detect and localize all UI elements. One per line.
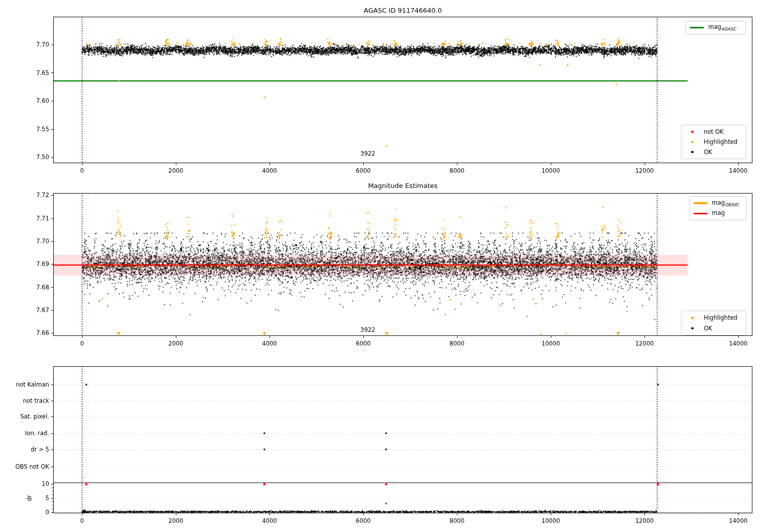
category-tick-label: not Kalman xyxy=(0,381,49,388)
legend-label: not OK xyxy=(704,128,724,135)
y-tick-label: 7.50 xyxy=(0,154,49,161)
category-tick-label: not track xyxy=(0,397,49,404)
x-tick-label: 10000 xyxy=(530,167,571,174)
x-tick-label: 8000 xyxy=(437,517,477,524)
legend-row-ok: OK xyxy=(686,323,742,334)
plots-canvas xyxy=(0,0,760,532)
y-tick-label: 7.67 xyxy=(0,307,49,314)
y-tick-label: 7.66 xyxy=(0,329,49,336)
x-tick-label: 12000 xyxy=(624,340,665,347)
highlighted-dot-icon xyxy=(686,141,699,143)
dr-tick-label: 5 xyxy=(0,495,49,502)
x-tick-label: 10000 xyxy=(530,517,571,524)
y-tick-label: 7.71 xyxy=(0,215,49,222)
legend-row-highlighted: Highlighted xyxy=(686,137,742,147)
x-tick-label: 4000 xyxy=(249,517,290,524)
legend-row-highlighted: Highlighted xyxy=(686,313,742,323)
top-plot-title: AGASC ID 911746640.0 xyxy=(53,7,752,14)
x-tick-label: 6000 xyxy=(343,167,384,174)
legend-top-plot-markers: not OK Highlighted OK xyxy=(681,125,746,159)
category-tick-label: Sat. pixel. xyxy=(0,413,49,420)
legend-mag-agasc: magAGASC xyxy=(686,21,746,34)
legend-label: OK xyxy=(704,148,712,156)
category-tick-label: OBS not OK xyxy=(0,463,49,470)
x-tick-label: 2000 xyxy=(156,340,196,347)
category-tick-label: Ion. rad. xyxy=(0,430,49,437)
x-tick-label: 0 xyxy=(62,340,102,347)
mag-obsid-line-icon xyxy=(694,202,707,204)
y-tick-label: 7.55 xyxy=(0,126,49,133)
mag-line-icon xyxy=(694,213,707,214)
legend-row-mag: mag xyxy=(694,208,742,218)
legend-row-ok: OK xyxy=(686,147,742,157)
dr-tick-label: 0 xyxy=(0,509,49,516)
not-ok-dot-icon xyxy=(686,131,699,133)
y-tick-label: 7.60 xyxy=(0,97,49,104)
x-tick-label: 0 xyxy=(62,517,102,524)
figure: AGASC ID 911746640.0 Magnitude Estimates… xyxy=(0,0,760,532)
legend-label: magOBSID xyxy=(712,199,738,207)
x-tick-label: 12000 xyxy=(624,167,665,174)
category-tick-label: dr > 5 xyxy=(0,446,49,453)
x-tick-label: 6000 xyxy=(343,340,384,347)
x-tick-label: 6000 xyxy=(343,517,384,524)
legend-label: OK xyxy=(704,325,712,332)
middle-plot-title: Magnitude Estimates xyxy=(53,182,752,189)
x-tick-label: 2000 xyxy=(156,517,196,524)
highlighted-dot-icon xyxy=(686,317,699,319)
dr-axis-label: dr xyxy=(26,495,33,501)
x-tick-label: 14000 xyxy=(718,517,758,524)
y-tick-label: 7.70 xyxy=(0,41,49,48)
y-tick-label: 7.69 xyxy=(0,260,49,268)
x-tick-label: 0 xyxy=(62,167,102,174)
y-tick-label: 7.72 xyxy=(0,192,49,199)
x-tick-label: 2000 xyxy=(156,167,196,174)
legend-mag-lines: magOBSID mag xyxy=(689,196,747,220)
legend-middle-plot-markers: Highlighted OK xyxy=(681,311,746,335)
x-tick-label: 10000 xyxy=(530,340,571,347)
ok-dot-icon xyxy=(686,151,699,154)
x-tick-label: 4000 xyxy=(249,340,290,347)
x-tick-label: 14000 xyxy=(718,340,758,347)
x-tick-label: 8000 xyxy=(437,340,477,347)
legend-row-not-ok: not OK xyxy=(686,127,742,137)
mag-agasc-line-icon xyxy=(690,27,704,28)
legend-row-mag-obsid: magOBSID xyxy=(694,198,742,208)
y-tick-label: 7.65 xyxy=(0,69,49,77)
y-tick-label: 7.70 xyxy=(0,238,49,245)
dr-tick-label: 10 xyxy=(0,480,49,487)
x-tick-label: 12000 xyxy=(624,517,665,524)
top-plot-obsid-annotation: 3922 xyxy=(348,150,388,157)
y-tick-label: 7.68 xyxy=(0,284,49,291)
legend-row-mag-agasc: magAGASC xyxy=(690,23,741,32)
legend-label: magAGASC xyxy=(708,23,736,31)
ok-dot-icon xyxy=(686,327,699,330)
x-tick-label: 8000 xyxy=(437,167,477,174)
legend-label: Highlighted xyxy=(704,314,737,321)
middle-plot-obsid-annotation: 3922 xyxy=(348,326,388,333)
legend-label: mag xyxy=(712,209,725,217)
x-tick-label: 14000 xyxy=(718,167,758,174)
x-tick-label: 4000 xyxy=(249,167,290,174)
legend-label: Highlighted xyxy=(704,138,737,145)
